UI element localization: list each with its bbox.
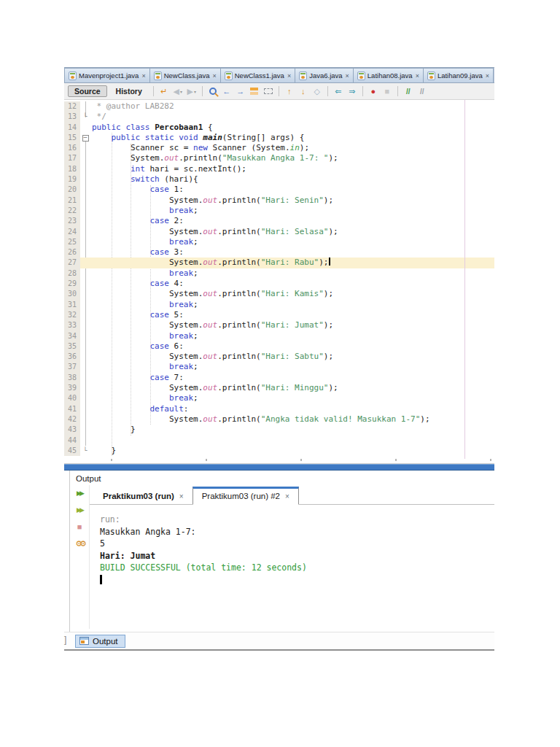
- code-line[interactable]: 12* @author LAB282: [64, 101, 494, 112]
- code-line[interactable]: 45└}: [64, 446, 494, 456]
- output-tab[interactable]: Praktikum03 (run)×: [94, 489, 192, 504]
- horizontal-splitter[interactable]: [64, 464, 494, 471]
- code-text[interactable]: Scanner sc = new Scanner (System.in);: [90, 143, 494, 153]
- fold-column[interactable]: └: [80, 112, 90, 122]
- fold-column[interactable]: [80, 216, 90, 226]
- tab-close-icon[interactable]: ×: [346, 72, 349, 80]
- code-text[interactable]: break;: [90, 393, 494, 403]
- code-line[interactable]: 26case 3:: [64, 247, 494, 258]
- code-line[interactable]: 25break;: [64, 237, 494, 247]
- code-text[interactable]: System.out.println("Masukkan Angka 1-7: …: [90, 153, 494, 163]
- code-line[interactable]: 44: [64, 436, 494, 446]
- fold-column[interactable]: [80, 164, 90, 174]
- code-text[interactable]: * @author LAB282: [90, 101, 494, 112]
- line-number[interactable]: 31: [64, 300, 80, 310]
- code-text[interactable]: System.out.println("Angka tidak valid! M…: [90, 414, 494, 425]
- code-line[interactable]: 31break;: [64, 300, 494, 310]
- fold-column[interactable]: [80, 279, 90, 289]
- output-console[interactable]: run:Masukkan Angka 1-7:5Hari: JumatBUILD…: [90, 505, 494, 629]
- tab-close-icon[interactable]: ×: [141, 72, 145, 80]
- fold-column[interactable]: └: [80, 446, 90, 456]
- code-line[interactable]: 37break;: [64, 362, 494, 372]
- fold-column[interactable]: [80, 414, 90, 425]
- fold-column[interactable]: [80, 196, 90, 206]
- output-tab[interactable]: Praktikum03 (run) #2×: [192, 487, 299, 505]
- code-line[interactable]: 15–public static void main(String[] args…: [64, 133, 494, 143]
- line-number[interactable]: 41: [64, 404, 80, 414]
- code-line[interactable]: 20case 1:: [64, 185, 494, 195]
- code-line[interactable]: 33System.out.println("Hari: Jumat");: [64, 320, 494, 330]
- code-line[interactable]: 23case 2:: [64, 216, 494, 226]
- fold-column[interactable]: [80, 268, 90, 279]
- code-text[interactable]: System.out.println("Hari: Senin");: [90, 196, 494, 206]
- line-number[interactable]: 38: [64, 373, 80, 383]
- editor-tab[interactable]: NewClass.java×: [149, 68, 221, 82]
- line-number[interactable]: 23: [64, 216, 80, 226]
- fold-column[interactable]: [80, 320, 90, 330]
- code-text[interactable]: case 5:: [90, 310, 494, 320]
- code-line[interactable]: 40break;: [64, 393, 494, 403]
- line-number[interactable]: 27: [64, 258, 80, 268]
- start-macro-recording-icon[interactable]: ●: [368, 85, 379, 98]
- fold-column[interactable]: [80, 362, 90, 372]
- code-line[interactable]: 43}: [64, 425, 494, 435]
- fold-column[interactable]: [80, 310, 90, 320]
- code-text[interactable]: System.out.println("Hari: Selasa");: [90, 227, 494, 237]
- line-number[interactable]: 28: [64, 268, 80, 279]
- code-text[interactable]: break;: [90, 237, 494, 247]
- fold-column[interactable]: [80, 143, 90, 153]
- code-text[interactable]: switch (hari){: [90, 174, 494, 185]
- code-text[interactable]: break;: [90, 331, 494, 341]
- code-editor[interactable]: 12* @author LAB28213└*/14public class Pe…: [64, 100, 494, 459]
- line-number[interactable]: 15: [64, 133, 80, 143]
- fold-column[interactable]: [80, 237, 90, 247]
- code-line[interactable]: 34break;: [64, 331, 494, 341]
- code-line[interactable]: 17System.out.println("Masukkan Angka 1-7…: [64, 153, 494, 163]
- code-line[interactable]: 30System.out.println("Hari: Kamis");: [64, 289, 494, 299]
- fold-collapse-icon[interactable]: –: [82, 135, 89, 142]
- tab-close-icon[interactable]: ×: [179, 492, 184, 500]
- tab-close-icon[interactable]: ×: [486, 72, 489, 80]
- code-line[interactable]: 29case 4:: [64, 279, 494, 289]
- shift-line-left-icon[interactable]: ⇐: [332, 85, 344, 98]
- line-number[interactable]: 43: [64, 425, 80, 435]
- code-text[interactable]: case 2:: [90, 216, 494, 226]
- dropdown-arrow-icon[interactable]: ▾: [194, 89, 196, 94]
- code-line[interactable]: 16Scanner sc = new Scanner (System.in);: [64, 143, 494, 153]
- code-text[interactable]: int hari = sc.nextInt();: [90, 164, 494, 174]
- fold-column[interactable]: [80, 404, 90, 414]
- line-number[interactable]: 20: [64, 185, 80, 195]
- tab-close-icon[interactable]: ×: [212, 72, 216, 80]
- tab-close-icon[interactable]: ×: [416, 72, 419, 80]
- code-text[interactable]: [90, 436, 494, 446]
- tab-close-icon[interactable]: ×: [287, 72, 291, 80]
- code-text[interactable]: public static void main(String[] args) {: [90, 133, 494, 143]
- code-text[interactable]: System.out.println("Hari: Rabu");: [90, 258, 494, 268]
- line-number[interactable]: 12: [64, 101, 80, 112]
- code-text[interactable]: default:: [90, 404, 494, 414]
- code-line[interactable]: 21System.out.println("Hari: Senin");: [64, 196, 494, 206]
- line-number[interactable]: 33: [64, 320, 80, 330]
- code-line[interactable]: 35case 6:: [64, 341, 494, 352]
- code-line[interactable]: 38case 7:: [64, 373, 494, 383]
- editor-tab[interactable]: Java6.java×: [295, 68, 354, 82]
- fold-column[interactable]: [80, 341, 90, 352]
- ant-settings-icon[interactable]: ⚙⚙: [72, 538, 87, 549]
- stop-macro-recording-icon[interactable]: ■: [381, 85, 393, 98]
- code-text[interactable]: case 3:: [90, 247, 494, 258]
- code-text[interactable]: case 1:: [90, 185, 494, 195]
- code-line[interactable]: 36System.out.println("Hari: Sabtu");: [64, 352, 494, 362]
- toggle-highlight-search-icon[interactable]: [249, 85, 260, 98]
- rerun-icon[interactable]: ▶▶: [72, 487, 87, 499]
- toggle-bookmark-icon[interactable]: ◇: [311, 85, 323, 98]
- code-line[interactable]: 13└*/: [64, 112, 494, 122]
- fold-column[interactable]: [80, 258, 90, 268]
- fold-column[interactable]: [80, 174, 90, 185]
- code-line[interactable]: 42System.out.println("Angka tidak valid!…: [64, 414, 494, 425]
- code-text[interactable]: case 4:: [90, 279, 494, 289]
- fold-column[interactable]: [80, 206, 90, 216]
- fold-column[interactable]: [80, 227, 90, 237]
- code-text[interactable]: break;: [90, 362, 494, 372]
- code-text[interactable]: case 7:: [90, 373, 494, 383]
- fold-column[interactable]: [80, 425, 90, 435]
